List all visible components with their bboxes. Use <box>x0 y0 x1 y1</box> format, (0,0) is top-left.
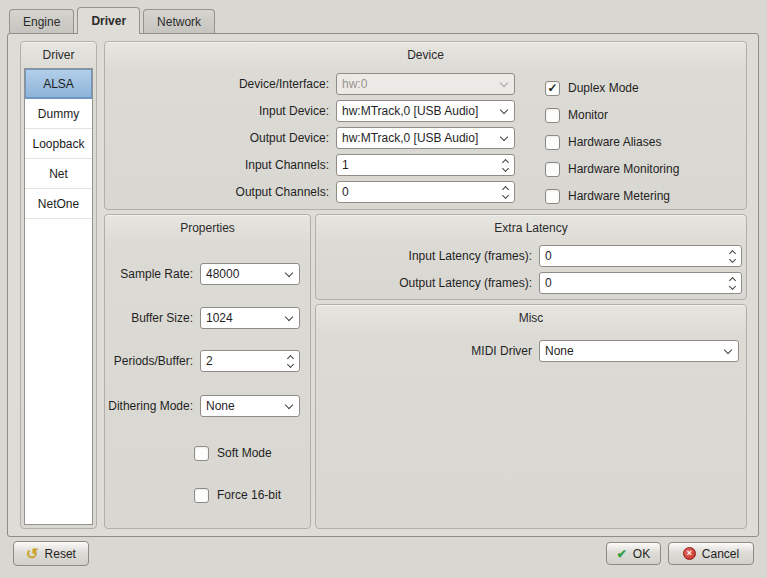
periods-buffer-row: Periods/Buffer: 2 <box>105 350 300 372</box>
checkbox-indicator: ✓ <box>545 135 560 150</box>
combo-value: None <box>206 399 286 413</box>
spinner-buttons <box>724 246 741 266</box>
cancel-button[interactable]: × Cancel <box>668 542 754 565</box>
combo-value: 48000 <box>206 267 286 281</box>
sample-rate-combo[interactable]: 48000 <box>200 263 300 285</box>
force-16bit-checkbox[interactable]: ✓ Force 16-bit <box>194 484 281 506</box>
driver-list-item-net[interactable]: Net <box>25 159 92 189</box>
driver-list-item-dummy[interactable]: Dummy <box>25 99 92 129</box>
misc-group: Misc MIDI Driver None <box>315 304 747 529</box>
spinner-value: 0 <box>540 276 724 290</box>
spinner-buttons <box>497 155 514 175</box>
chevron-down-icon <box>285 312 293 320</box>
reset-button-label: Reset <box>45 547 76 561</box>
spinner-up-icon[interactable] <box>724 247 741 256</box>
input-latency-row: Input Latency (frames): 0 <box>318 245 742 267</box>
spinner-up-icon[interactable] <box>497 156 514 165</box>
spinner-value: 1 <box>337 158 497 172</box>
properties-group: Properties Sample Rate: 48000 Buffer Siz… <box>104 214 311 529</box>
tab-network[interactable]: Network <box>143 9 215 33</box>
hardware-metering-checkbox[interactable]: ✓ Hardware Metering <box>545 185 670 207</box>
chevron-down-icon <box>724 345 732 353</box>
input-channels-spinner[interactable]: 1 <box>336 154 515 176</box>
output-latency-spinner[interactable]: 0 <box>539 272 742 294</box>
output-latency-label: Output Latency (frames): <box>318 276 539 290</box>
driver-list-item-netone[interactable]: NetOne <box>25 189 92 219</box>
output-latency-row: Output Latency (frames): 0 <box>318 272 742 294</box>
checkbox-label: Force 16-bit <box>217 488 281 502</box>
driver-list-item-alsa[interactable]: ALSA <box>25 69 92 99</box>
checkbox-indicator: ✓ <box>545 189 560 204</box>
combo-value: hw:0 <box>342 77 501 91</box>
soft-mode-checkbox[interactable]: ✓ Soft Mode <box>194 442 272 464</box>
combo-value: 1024 <box>206 311 286 325</box>
combo-value: None <box>545 344 725 358</box>
spinner-up-icon[interactable] <box>724 274 741 283</box>
duplex-mode-checkbox[interactable]: ✓ Duplex Mode <box>545 77 639 99</box>
group-title-device: Device <box>105 42 746 66</box>
driver-settings-pane: Driver ALSA Dummy Loopback Net NetOne De… <box>7 33 759 537</box>
cancel-icon: × <box>683 547 696 560</box>
spinner-down-icon[interactable] <box>497 165 514 174</box>
input-channels-label: Input Channels: <box>109 158 336 172</box>
tab-bar: Engine Driver Network <box>9 7 218 33</box>
midi-driver-row: MIDI Driver None <box>318 340 739 362</box>
ok-check-icon: ✔ <box>617 548 627 560</box>
setup-dialog: Engine Driver Network Driver ALSA Dummy … <box>0 0 767 578</box>
reset-icon: ↺ <box>26 546 39 561</box>
chevron-down-icon <box>500 132 508 140</box>
spinner-down-icon[interactable] <box>724 283 741 292</box>
midi-driver-combo[interactable]: None <box>539 340 739 362</box>
output-device-combo[interactable]: hw:MTrack,0 [USB Audio] <box>336 127 515 149</box>
spinner-buttons <box>724 273 741 293</box>
hardware-aliases-checkbox[interactable]: ✓ Hardware Aliases <box>545 131 661 153</box>
spinner-buttons <box>497 182 514 202</box>
checkbox-indicator: ✓ <box>545 162 560 177</box>
output-channels-spinner[interactable]: 0 <box>336 181 515 203</box>
group-title-properties: Properties <box>105 215 310 239</box>
checkbox-indicator: ✓ <box>545 108 560 123</box>
reset-button[interactable]: ↺ Reset <box>13 541 89 566</box>
spinner-value: 2 <box>201 354 282 368</box>
device-interface-label: Device/Interface: <box>109 77 336 91</box>
tab-engine[interactable]: Engine <box>9 9 74 33</box>
hardware-monitoring-checkbox[interactable]: ✓ Hardware Monitoring <box>545 158 679 180</box>
output-channels-row: Output Channels: 0 <box>109 181 515 203</box>
input-latency-label: Input Latency (frames): <box>318 249 539 263</box>
dithering-mode-label: Dithering Mode: <box>105 399 200 413</box>
checkbox-label: Monitor <box>568 108 608 122</box>
driver-list: ALSA Dummy Loopback Net NetOne <box>24 68 93 525</box>
spinner-up-icon[interactable] <box>497 183 514 192</box>
spinner-value: 0 <box>540 249 724 263</box>
checkbox-label: Soft Mode <box>217 446 272 460</box>
chevron-down-icon <box>500 78 508 86</box>
combo-value: hw:MTrack,0 [USB Audio] <box>342 131 501 145</box>
dithering-mode-row: Dithering Mode: None <box>105 395 300 417</box>
group-title-extra-latency: Extra Latency <box>316 215 746 239</box>
checkbox-indicator: ✓ <box>194 488 209 503</box>
extra-latency-group: Extra Latency Input Latency (frames): 0 … <box>315 214 747 300</box>
dithering-mode-combo[interactable]: None <box>200 395 300 417</box>
check-icon: ✓ <box>547 81 557 95</box>
input-device-row: Input Device: hw:MTrack,0 [USB Audio] <box>109 100 515 122</box>
periods-buffer-spinner[interactable]: 2 <box>200 350 300 372</box>
ok-button[interactable]: ✔ OK <box>606 542 661 565</box>
spinner-down-icon[interactable] <box>282 361 299 370</box>
input-latency-spinner[interactable]: 0 <box>539 245 742 267</box>
spinner-down-icon[interactable] <box>724 256 741 265</box>
midi-driver-label: MIDI Driver <box>318 344 539 358</box>
spinner-down-icon[interactable] <box>497 192 514 201</box>
buffer-size-row: Buffer Size: 1024 <box>105 307 300 329</box>
device-group: Device Device/Interface: hw:0 Input Devi… <box>104 41 747 210</box>
driver-list-group: Driver ALSA Dummy Loopback Net NetOne <box>20 41 97 529</box>
tab-driver[interactable]: Driver <box>77 7 140 34</box>
cancel-button-label: Cancel <box>702 547 739 561</box>
buffer-size-combo[interactable]: 1024 <box>200 307 300 329</box>
spinner-up-icon[interactable] <box>282 352 299 361</box>
driver-list-item-loopback[interactable]: Loopback <box>25 129 92 159</box>
chevron-down-icon <box>285 400 293 408</box>
device-interface-combo[interactable]: hw:0 <box>336 73 515 95</box>
monitor-checkbox[interactable]: ✓ Monitor <box>545 104 608 126</box>
input-device-combo[interactable]: hw:MTrack,0 [USB Audio] <box>336 100 515 122</box>
input-device-label: Input Device: <box>109 104 336 118</box>
